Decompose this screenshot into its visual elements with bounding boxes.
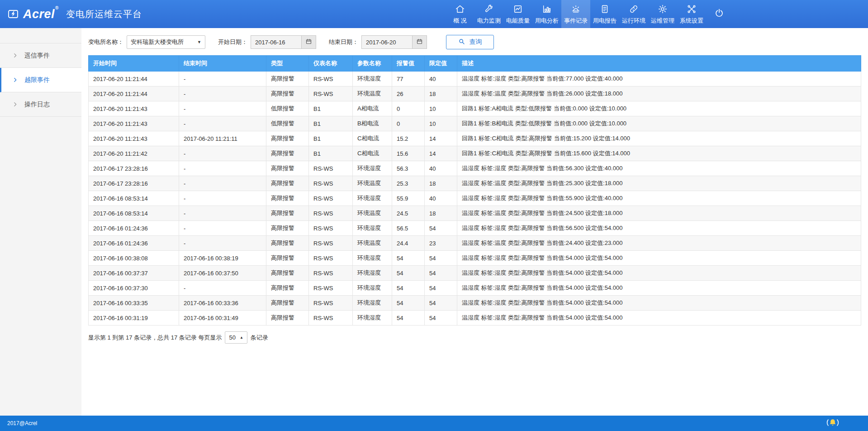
- sidebar-item-operation-log[interactable]: 操作日志: [0, 92, 81, 117]
- cell-type: 高限报警: [266, 281, 309, 296]
- events-table: 开始时间 结束时间 类型 仪表名称 参数名称 报警值 限定值 描述: [88, 55, 861, 326]
- power-icon: [714, 8, 725, 20]
- logo-text: Acrel®: [23, 7, 59, 21]
- gear-icon: [658, 4, 668, 14]
- cell-alarm-value: 25.3: [392, 176, 425, 191]
- nav-item-operating-environment[interactable]: 运行环境: [619, 0, 648, 28]
- sidebar: 遥信事件 越限事件 操作日志: [0, 28, 81, 416]
- cell-parameter-name: B相电流: [353, 116, 392, 131]
- cell-alarm-value: 56.3: [392, 161, 425, 176]
- cell-alarm-value: 54: [392, 296, 425, 311]
- nav-item-event-records[interactable]: 事件记录: [561, 0, 590, 28]
- logout-power-button[interactable]: [706, 0, 732, 28]
- cell-description: 温湿度 标签:温度 类型:高限报警 当前值:24.400 设定值:23.000: [457, 236, 861, 251]
- table-row: 2017-06-16 00:33:35 2017-06-16 00:33:36 …: [89, 296, 861, 311]
- start-date-calendar-button[interactable]: [301, 35, 316, 49]
- substation-select-value: 安科瑞新大楼变电所: [131, 38, 184, 46]
- query-button[interactable]: 查询: [446, 35, 494, 49]
- nav-item-overview[interactable]: 概 况: [446, 0, 474, 28]
- cell-parameter-name: A相电流: [353, 101, 392, 116]
- cell-instrument-name: RS-WS: [309, 221, 353, 236]
- nav-label: 电能质量: [506, 17, 530, 25]
- cell-alarm-value: 26: [392, 86, 425, 101]
- report-icon: [600, 4, 610, 14]
- cell-instrument-name: RS-WS: [309, 206, 353, 221]
- filter-bar: 变电所名称： 安科瑞新大楼变电所 ▼ 开始日期： 结束日期：: [88, 35, 861, 49]
- cell-limit-value: 18: [425, 206, 457, 221]
- cell-limit-value: 54: [425, 311, 457, 326]
- cell-end-time: -: [179, 146, 266, 161]
- end-date-input[interactable]: [361, 35, 412, 49]
- cell-parameter-name: 环境湿度: [353, 221, 392, 236]
- cell-description: 温湿度 标签:湿度 类型:高限报警 当前值:54.000 设定值:54.000: [457, 311, 861, 326]
- cell-alarm-value: 54: [392, 311, 425, 326]
- nav-item-electricity-report[interactable]: 用电报告: [590, 0, 619, 28]
- alarm-icon: [571, 4, 581, 14]
- cell-instrument-name: B1: [309, 101, 353, 116]
- cell-description: 温湿度 标签:湿度 类型:高限报警 当前值:55.900 设定值:40.000: [457, 191, 861, 206]
- cell-alarm-value: 56.5: [392, 221, 425, 236]
- table-header-cell: 开始时间: [89, 56, 179, 72]
- cell-alarm-value: 24.4: [392, 236, 425, 251]
- page-size-select[interactable]: 50 ▲: [225, 331, 247, 344]
- sidebar-item-limit-violation-events[interactable]: 越限事件: [0, 68, 81, 92]
- brand: Acrel® 变电所运维云平台: [0, 0, 142, 28]
- cell-start-time: 2017-06-20 11:21:43: [89, 116, 179, 131]
- sidebar-item-label: 越限事件: [24, 76, 50, 84]
- cell-start-time: 2017-06-16 08:53:14: [89, 206, 179, 221]
- cell-end-time: 2017-06-20 11:21:11: [179, 131, 266, 146]
- substation-select[interactable]: 安科瑞新大楼变电所 ▼: [127, 35, 205, 49]
- table-header-row: 开始时间 结束时间 类型 仪表名称 参数名称 报警值 限定值 描述: [89, 56, 861, 72]
- sidebar-item-label: 遥信事件: [24, 52, 50, 60]
- start-date-input[interactable]: [251, 35, 301, 49]
- caret-down-icon: ▼: [197, 40, 201, 44]
- cell-end-time: -: [179, 161, 266, 176]
- cell-alarm-value: 0: [392, 116, 425, 131]
- cell-start-time: 2017-06-17 23:28:16: [89, 161, 179, 176]
- alarm-notification-button[interactable]: [825, 417, 840, 430]
- cell-end-time: 2017-06-16 00:38:19: [179, 251, 266, 266]
- cell-description: 温湿度 标签:温度 类型:高限报警 当前值:26.000 设定值:18.000: [457, 86, 861, 101]
- sidebar-item-remote-signal-events[interactable]: 遥信事件: [0, 43, 81, 68]
- cell-description: 温湿度 标签:湿度 类型:高限报警 当前值:54.000 设定值:54.000: [457, 296, 861, 311]
- cell-type: 低限报警: [266, 116, 309, 131]
- cell-start-time: 2017-06-20 11:21:44: [89, 86, 179, 101]
- cell-alarm-value: 54: [392, 281, 425, 296]
- nav-item-electricity-analysis[interactable]: 用电分析: [532, 0, 561, 28]
- cell-parameter-name: 环境湿度: [353, 161, 392, 176]
- end-date-group: [361, 35, 427, 49]
- cell-instrument-name: RS-WS: [309, 281, 353, 296]
- table-row: 2017-06-16 00:37:37 2017-06-16 00:37:50 …: [89, 266, 861, 281]
- cell-description: 温湿度 标签:湿度 类型:高限报警 当前值:54.000 设定值:54.000: [457, 266, 861, 281]
- cell-type: 高限报警: [266, 266, 309, 281]
- home-icon: [455, 4, 465, 14]
- nav-item-system-settings[interactable]: 系统设置: [677, 0, 706, 28]
- cell-instrument-name: B1: [309, 146, 353, 161]
- cell-type: 高限报警: [266, 206, 309, 221]
- nav-label: 用电报告: [593, 17, 617, 25]
- nav-item-maintenance-management[interactable]: 运维管理: [648, 0, 677, 28]
- cell-instrument-name: RS-WS: [309, 311, 353, 326]
- nav-item-power-quality[interactable]: 电能质量: [503, 0, 532, 28]
- end-date-label: 结束日期：: [329, 38, 358, 46]
- calendar-icon: [305, 38, 312, 46]
- cell-description: 温湿度 标签:温度 类型:高限报警 当前值:25.300 设定值:18.000: [457, 176, 861, 191]
- cell-alarm-value: 0: [392, 101, 425, 116]
- cell-type: 高限报警: [266, 296, 309, 311]
- end-date-calendar-button[interactable]: [412, 35, 427, 49]
- cell-parameter-name: 环境湿度: [353, 72, 392, 86]
- copyright-text: 2017@Acrel: [7, 420, 37, 426]
- cell-instrument-name: RS-WS: [309, 236, 353, 251]
- cell-parameter-name: 环境温度: [353, 236, 392, 251]
- nav-item-power-monitoring[interactable]: 电力监测: [474, 0, 503, 28]
- table-row: 2017-06-20 11:21:43 - 低限报警 B1 B相电流 0 10 …: [89, 116, 861, 131]
- cell-start-time: 2017-06-17 23:28:16: [89, 176, 179, 191]
- tools-icon: [687, 4, 697, 14]
- cell-parameter-name: 环境湿度: [353, 266, 392, 281]
- cell-end-time: -: [179, 191, 266, 206]
- cell-alarm-value: 24.5: [392, 206, 425, 221]
- cell-parameter-name: 环境温度: [353, 206, 392, 221]
- top-header: Acrel® 变电所运维云平台 概 况 电力监测 电能质量 用电分析: [0, 0, 868, 28]
- cell-description: 回路1 标签:C相电流 类型:高限报警 当前值:15.600 设定值:14.00…: [457, 146, 861, 161]
- cell-limit-value: 14: [425, 146, 457, 161]
